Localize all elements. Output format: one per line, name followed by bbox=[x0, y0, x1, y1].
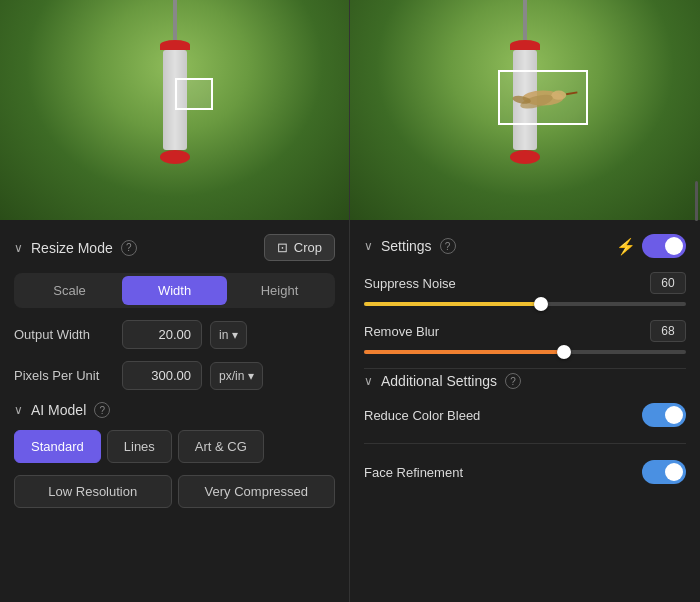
right-image-bg bbox=[350, 0, 700, 220]
resize-mode-chevron[interactable]: ∨ bbox=[14, 241, 23, 255]
settings-toggle[interactable] bbox=[642, 234, 686, 258]
ai-model-title: AI Model bbox=[31, 402, 86, 418]
settings-header: ∨ Settings ? ⚡ bbox=[364, 234, 686, 258]
resize-mode-title: Resize Mode bbox=[31, 240, 113, 256]
model-low-res-btn[interactable]: Low Resolution bbox=[14, 475, 172, 508]
resize-mode-help[interactable]: ? bbox=[121, 240, 137, 256]
remove-blur-value[interactable]: 68 bbox=[650, 320, 686, 342]
unit-chevron: ▾ bbox=[232, 328, 238, 342]
ai-model-help[interactable]: ? bbox=[94, 402, 110, 418]
remove-blur-section: Remove Blur 68 bbox=[364, 320, 686, 354]
remove-blur-label: Remove Blur bbox=[364, 324, 439, 339]
bird-svg bbox=[500, 72, 586, 123]
right-controls: ∨ Settings ? ⚡ Suppress Noise 60 bbox=[350, 220, 700, 602]
crop-label: Crop bbox=[294, 240, 322, 255]
suppress-noise-label: Suppress Noise bbox=[364, 276, 456, 291]
additional-settings-title: Additional Settings bbox=[381, 373, 497, 389]
suppress-noise-track[interactable] bbox=[364, 302, 686, 306]
resize-mode-header: ∨ Resize Mode ? ⊡ Crop bbox=[14, 234, 335, 261]
remove-blur-header: Remove Blur 68 bbox=[364, 320, 686, 342]
ai-model-grid-row2: Low Resolution Very Compressed bbox=[14, 475, 335, 508]
model-lines-btn[interactable]: Lines bbox=[107, 430, 172, 463]
suppress-noise-thumb[interactable] bbox=[534, 297, 548, 311]
face-refinement-toggle[interactable] bbox=[642, 460, 686, 484]
left-controls: ∨ Resize Mode ? ⊡ Crop Scale Width Heigh… bbox=[0, 220, 349, 602]
tab-width[interactable]: Width bbox=[122, 276, 227, 305]
additional-settings-header: ∨ Additional Settings ? bbox=[364, 368, 686, 389]
additional-chevron[interactable]: ∨ bbox=[364, 374, 373, 388]
remove-blur-thumb[interactable] bbox=[557, 345, 571, 359]
crop-icon: ⊡ bbox=[277, 240, 288, 255]
output-width-input[interactable] bbox=[122, 320, 202, 349]
suppress-noise-value[interactable]: 60 bbox=[650, 272, 686, 294]
face-refinement-knob bbox=[665, 463, 683, 481]
output-width-row: Output Width in ▾ bbox=[14, 320, 335, 349]
reduce-color-bleed-toggle[interactable] bbox=[642, 403, 686, 427]
svg-point-1 bbox=[551, 91, 566, 100]
suppress-noise-header: Suppress Noise 60 bbox=[364, 272, 686, 294]
face-refinement-label: Face Refinement bbox=[364, 465, 463, 480]
output-width-label: Output Width bbox=[14, 327, 114, 342]
suppress-noise-section: Suppress Noise 60 bbox=[364, 272, 686, 306]
scrollbar[interactable] bbox=[695, 181, 698, 221]
left-panel: ∨ Resize Mode ? ⊡ Crop Scale Width Heigh… bbox=[0, 0, 350, 602]
reduce-color-bleed-knob bbox=[665, 406, 683, 424]
divider bbox=[364, 443, 686, 444]
pixels-per-unit-label: Pixels Per Unit bbox=[14, 368, 114, 383]
lightning-icon: ⚡ bbox=[616, 237, 636, 256]
settings-chevron[interactable]: ∨ bbox=[364, 239, 373, 253]
additional-settings-help[interactable]: ? bbox=[505, 373, 521, 389]
crop-button[interactable]: ⊡ Crop bbox=[264, 234, 335, 261]
right-panel: ∨ Settings ? ⚡ Suppress Noise 60 bbox=[350, 0, 700, 602]
pixels-per-unit-input[interactable] bbox=[122, 361, 202, 390]
output-width-unit[interactable]: in ▾ bbox=[210, 321, 247, 349]
model-art-cg-btn[interactable]: Art & CG bbox=[178, 430, 264, 463]
reduce-color-bleed-row: Reduce Color Bleed bbox=[364, 403, 686, 427]
remove-blur-track[interactable] bbox=[364, 350, 686, 354]
pixels-per-unit-row: Pixels Per Unit px/in ▾ bbox=[14, 361, 335, 390]
suppress-noise-fill bbox=[364, 302, 541, 306]
face-refinement-row: Face Refinement bbox=[364, 460, 686, 484]
left-image-area bbox=[0, 0, 349, 220]
settings-help[interactable]: ? bbox=[440, 238, 456, 254]
ai-model-grid: Standard Lines Art & CG bbox=[14, 430, 335, 463]
settings-toggle-group: ⚡ bbox=[616, 234, 686, 258]
tab-height[interactable]: Height bbox=[227, 276, 332, 305]
left-selection-box bbox=[175, 78, 213, 110]
settings-title: Settings bbox=[381, 238, 432, 254]
svg-line-4 bbox=[566, 92, 577, 94]
remove-blur-fill bbox=[364, 350, 564, 354]
dimension-tab-group: Scale Width Height bbox=[14, 273, 335, 308]
pixels-per-unit-unit[interactable]: px/in ▾ bbox=[210, 362, 263, 390]
model-compressed-btn[interactable]: Very Compressed bbox=[178, 475, 336, 508]
tab-scale[interactable]: Scale bbox=[17, 276, 122, 305]
ai-model-header: ∨ AI Model ? bbox=[14, 402, 335, 418]
model-standard-btn[interactable]: Standard bbox=[14, 430, 101, 463]
reduce-color-bleed-label: Reduce Color Bleed bbox=[364, 408, 480, 423]
right-selection-box bbox=[498, 70, 588, 125]
right-image-area bbox=[350, 0, 700, 220]
ppu-unit-chevron: ▾ bbox=[248, 369, 254, 383]
left-image-bg bbox=[0, 0, 349, 220]
ai-model-chevron[interactable]: ∨ bbox=[14, 403, 23, 417]
settings-toggle-knob bbox=[665, 237, 683, 255]
